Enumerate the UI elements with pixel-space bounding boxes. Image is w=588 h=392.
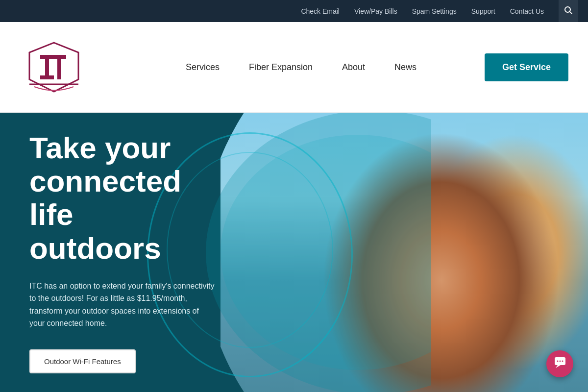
nav-about[interactable]: About — [342, 62, 365, 73]
hero-title-line4: outdoors — [29, 231, 161, 265]
logo[interactable] — [20, 38, 88, 97]
main-nav: Services Fiber Expansion About News — [118, 62, 485, 73]
get-service-button[interactable]: Get Service — [485, 53, 568, 81]
nav-news[interactable]: News — [394, 62, 416, 73]
search-button[interactable] — [559, 0, 578, 22]
outdoor-wifi-button[interactable]: Outdoor Wi-Fi Features — [29, 349, 136, 373]
chat-icon — [554, 356, 566, 372]
hero-title-line1: Take your — [29, 131, 171, 165]
logo-area[interactable] — [20, 38, 118, 97]
hero-section: Take your connected life outdoors ITC ha… — [0, 113, 588, 392]
svg-rect-5 — [40, 75, 54, 79]
hero-description: ITC has an option to extend your family'… — [29, 280, 216, 330]
top-bar: Check Email View/Pay Bills Spam Settings… — [0, 0, 588, 22]
check-email-link[interactable]: Check Email — [301, 7, 340, 15]
hero-title: Take your connected life outdoors — [29, 131, 216, 265]
chat-button[interactable] — [546, 350, 573, 377]
hero-content: Take your connected life outdoors ITC ha… — [0, 113, 245, 392]
view-pay-bills-link[interactable]: View/Pay Bills — [354, 7, 397, 15]
hero-title-line3: life — [29, 197, 74, 231]
hero-image — [220, 113, 588, 392]
svg-line-1 — [570, 11, 572, 14]
svg-point-15 — [559, 360, 561, 362]
nav-services[interactable]: Services — [186, 62, 220, 73]
support-link[interactable]: Support — [471, 7, 495, 15]
svg-point-14 — [557, 360, 558, 362]
spam-settings-link[interactable]: Spam Settings — [412, 7, 457, 15]
header: Services Fiber Expansion About News Get … — [0, 22, 588, 113]
search-icon — [564, 6, 573, 17]
nav-fiber-expansion[interactable]: Fiber Expansion — [249, 62, 313, 73]
svg-rect-7 — [57, 55, 61, 79]
hero-title-line2: connected — [29, 164, 181, 198]
svg-point-16 — [562, 360, 563, 362]
svg-marker-13 — [556, 365, 561, 368]
contact-us-link[interactable]: Contact Us — [510, 7, 544, 15]
